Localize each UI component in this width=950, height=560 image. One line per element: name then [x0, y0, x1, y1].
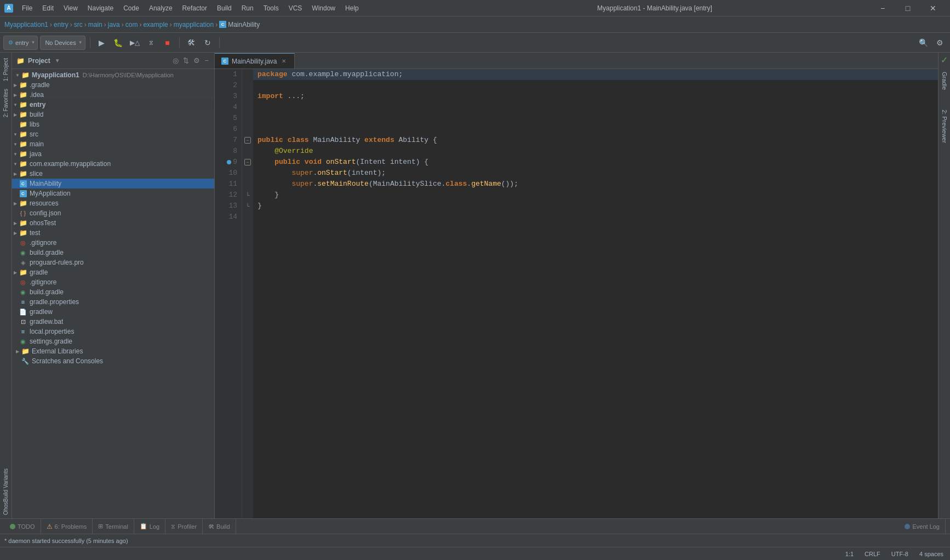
search-everywhere-button[interactable]: 🔍: [916, 36, 930, 50]
sort-icon[interactable]: ⇅: [182, 55, 190, 66]
menu-help[interactable]: Help: [341, 3, 363, 13]
tree-mainability[interactable]: ▶ C MainAbility: [12, 179, 214, 188]
menu-build[interactable]: Build: [213, 3, 236, 13]
tree-buildgradle-entry[interactable]: ▶ ◉ build.gradle: [12, 248, 214, 258]
cursor-position[interactable]: 1:1: [843, 551, 856, 557]
build-tab[interactable]: 🛠 Build: [203, 519, 236, 534]
code-content[interactable]: package com.example.myapplication; impor…: [253, 69, 938, 518]
previewer-tab[interactable]: 2: Previewer: [938, 105, 950, 147]
ohosbuild-tab-vertical[interactable]: OhosBuild Variants: [1, 465, 10, 518]
fold-icon-12[interactable]: └: [244, 191, 251, 199]
editor-tab-mainability[interactable]: C MainAbility.java ✕: [215, 53, 295, 68]
tree-myapplication[interactable]: ▶ C MyApplication: [12, 188, 214, 198]
tree-gradlew-bat[interactable]: ▶ ⊡ gradlew.bat: [12, 317, 214, 327]
build-project-button[interactable]: 🛠: [184, 36, 198, 50]
tree-main[interactable]: ▼ 📁 main: [12, 139, 214, 149]
tree-build[interactable]: ▶ 📁 build: [12, 110, 214, 119]
root-label: Myapplication1: [32, 71, 79, 79]
tree-libs[interactable]: ▶ 📁 libs: [12, 119, 214, 129]
event-log-tab[interactable]: Event Log: [899, 519, 946, 534]
locate-icon[interactable]: ◎: [171, 55, 180, 66]
tree-settings-gradle[interactable]: ▶ ◉ settings.gradle: [12, 336, 214, 346]
menu-analyze[interactable]: Analyze: [145, 3, 177, 13]
no-devices-selector[interactable]: No Devices ▼: [40, 36, 85, 50]
encoding[interactable]: UTF-8: [889, 551, 911, 557]
menu-vcs[interactable]: VCS: [284, 3, 307, 13]
breadcrumb-java[interactable]: java: [108, 21, 120, 28]
tree-entry[interactable]: ▼ 📁 entry: [12, 100, 214, 110]
terminal-tab[interactable]: ⊞ Terminal: [93, 519, 134, 534]
tree-ohostest[interactable]: ▶ 📁 ohosTest: [12, 218, 214, 228]
breadcrumb-main[interactable]: main: [88, 21, 102, 28]
tree-slice[interactable]: ▶ 📁 slice: [12, 169, 214, 179]
breadcrumb-entry[interactable]: entry: [54, 21, 68, 28]
tree-scratches[interactable]: ▶ 🔧 Scratches and Consoles: [12, 356, 214, 366]
tree-gradle-hidden[interactable]: ▶ 📁 .gradle: [12, 80, 214, 90]
menu-run[interactable]: Run: [237, 3, 258, 13]
tab-close-button[interactable]: ✕: [280, 58, 288, 65]
code-line-5: [253, 113, 938, 124]
breadcrumb-example[interactable]: example: [143, 21, 168, 28]
todo-tab[interactable]: TODO: [4, 519, 41, 534]
maximize-button[interactable]: □: [895, 0, 920, 16]
menu-refactor[interactable]: Refactor: [178, 3, 211, 13]
tree-src[interactable]: ▼ 📁 src: [12, 129, 214, 139]
problems-tab[interactable]: ⚠ 6: Problems: [41, 519, 93, 534]
tree-proguard[interactable]: ▶ ◈ proguard-rules.pro: [12, 258, 214, 267]
line-ending[interactable]: CRLF: [862, 551, 883, 557]
coverage-button[interactable]: ▶△: [128, 36, 142, 50]
tree-idea[interactable]: ▶ 📁 .idea: [12, 90, 214, 100]
minimize-button[interactable]: −: [870, 0, 895, 16]
menu-tools[interactable]: Tools: [259, 3, 283, 13]
tree-local-properties[interactable]: ▶ ≡ local.properties: [12, 327, 214, 336]
debug-button[interactable]: 🐛: [111, 36, 125, 50]
log-tab[interactable]: 📋 Log: [134, 519, 165, 534]
tree-java[interactable]: ▼ 📁 java: [12, 149, 214, 159]
favorites-tab-vertical[interactable]: 2: Favorites: [1, 85, 10, 121]
root-expand-arrow: ▼: [14, 72, 21, 78]
settings-icon[interactable]: ⚙: [192, 55, 201, 66]
menu-edit[interactable]: Edit: [38, 3, 58, 13]
project-tab-vertical[interactable]: 1: Project: [1, 55, 10, 84]
tree-gitignore-entry[interactable]: ▶ ◎ .gitignore: [12, 238, 214, 248]
run-button[interactable]: ▶: [95, 36, 109, 50]
profile-button[interactable]: ⧖: [144, 36, 158, 50]
tree-test[interactable]: ▶ 📁 test: [12, 228, 214, 238]
fold-icon-9[interactable]: −: [244, 159, 251, 165]
breadcrumb-myapplication[interactable]: myapplication: [174, 21, 214, 28]
tree-config-json[interactable]: ▶ { } config.json: [12, 208, 214, 218]
menu-view[interactable]: View: [59, 3, 82, 13]
indent-info[interactable]: 4 spaces: [917, 551, 946, 557]
minimize-panel-icon[interactable]: −: [203, 55, 210, 66]
line-num-3: 3: [219, 91, 237, 102]
menu-navigate[interactable]: Navigate: [83, 3, 118, 13]
settings-button[interactable]: ⚙: [932, 36, 947, 50]
tree-gradle-properties[interactable]: ▶ ≡ gradle.properties: [12, 297, 214, 307]
stop-button[interactable]: ■: [161, 36, 175, 50]
tree-resources[interactable]: ▶ 📁 resources: [12, 198, 214, 208]
tree-gradle[interactable]: ▶ 📁 gradle: [12, 267, 214, 277]
breadcrumb-mainability[interactable]: MainAbility: [228, 21, 260, 28]
tree-buildgradle-root[interactable]: ▶ ◉ build.gradle: [12, 287, 214, 297]
sync-button[interactable]: ↻: [201, 36, 215, 50]
line-num-4: 4: [219, 102, 237, 113]
breadcrumb-project[interactable]: Myapplication1: [4, 21, 48, 28]
editor-tabs: C MainAbility.java ✕: [215, 53, 938, 69]
close-button[interactable]: ✕: [920, 0, 946, 16]
fold-icon-7[interactable]: −: [244, 137, 251, 144]
breadcrumb-src[interactable]: src: [74, 21, 83, 28]
tree-gradlew[interactable]: ▶ 📄 gradlew: [12, 307, 214, 317]
menu-file[interactable]: File: [18, 3, 37, 13]
tree-com-example[interactable]: ▼ 📁 com.example.myapplication: [12, 159, 214, 169]
gradle-tab[interactable]: Gradle: [938, 67, 950, 94]
menu-window[interactable]: Window: [307, 3, 340, 13]
entry-selector[interactable]: ⚙ entry ▼: [3, 36, 38, 50]
breadcrumb-com[interactable]: com: [125, 21, 138, 28]
gutter-10: [242, 168, 253, 179]
fold-icon-13[interactable]: └: [244, 202, 251, 210]
tree-external-libs[interactable]: ▶ 📁 External Libraries: [12, 346, 214, 356]
tree-root[interactable]: ▼ 📁 Myapplication1 D:\HarmonyOS\IDE\Myap…: [12, 70, 214, 80]
menu-code[interactable]: Code: [119, 3, 144, 13]
tree-gitignore-root[interactable]: ▶ ◎ .gitignore: [12, 277, 214, 287]
profiler-tab[interactable]: ⧖ Profiler: [165, 519, 203, 534]
